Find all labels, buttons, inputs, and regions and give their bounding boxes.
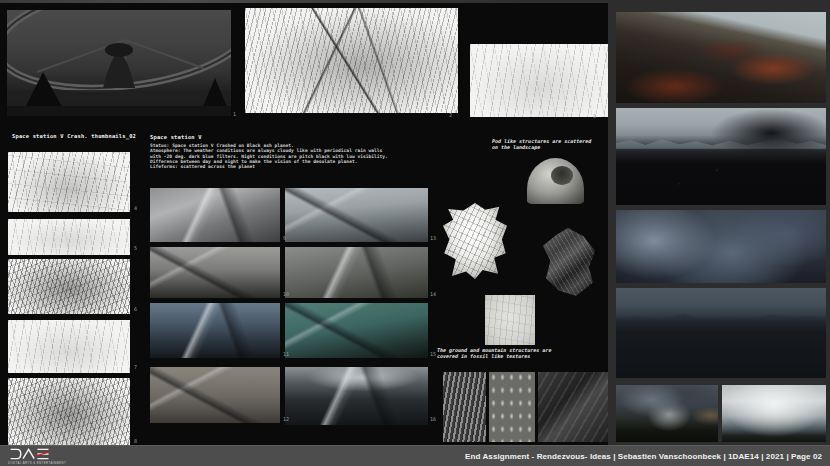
section-title: Space station V (150, 134, 202, 140)
thumbnail-sketch-4 (8, 152, 130, 212)
thumbnail-number: 13 (430, 235, 436, 241)
photo-dusk-volcanic-landscape (616, 288, 826, 378)
grid-painting-15 (285, 303, 428, 358)
thumbnail-number: 10 (283, 291, 289, 297)
fossil-texture-reference-1 (443, 372, 486, 442)
grid-painting-11 (150, 303, 280, 358)
thumbnail-number: 7 (134, 364, 137, 370)
footer-bar: DIGITAL ARTS & ENTERTAINMENT End Assignm… (0, 445, 830, 466)
grid-painting-9 (150, 188, 280, 242)
thumbnail-sketch-7 (8, 320, 130, 373)
thumbnail-sketch-6 (8, 259, 130, 314)
thumbnail-number: 15 (430, 351, 436, 357)
dae-logo-caption: DIGITAL ARTS & ENTERTAINMENT (8, 461, 66, 465)
dae-logo-icon (8, 448, 52, 460)
concept-painting-station-crash (7, 10, 231, 116)
thumbnail-number: 9 (283, 235, 286, 241)
photo-black-lava-field (616, 108, 826, 205)
thumbnail-number: 4 (134, 205, 137, 211)
thumbnail-sketch-5 (8, 219, 130, 255)
thumbnail-number: 14 (430, 291, 436, 297)
note-line: on the landscape (492, 144, 540, 150)
thumbnail-number: 6 (134, 306, 137, 312)
thumbnail-number: 2 (449, 112, 452, 118)
photo-reference-panel (608, 0, 830, 445)
concept-art-board: 1 2 3 Space station V Crash. thumbnails_… (0, 0, 830, 466)
note-line: covered in fossil like textures (437, 353, 530, 359)
photo-ash-storm-clouds (616, 210, 826, 283)
footer-credit: End Assignment - Rendezvous- Ideas | Seb… (465, 452, 822, 461)
grid-painting-14 (285, 247, 428, 298)
white-crystal-structure-sketch (443, 203, 507, 279)
dae-logo: DIGITAL ARTS & ENTERTAINMENT (8, 448, 66, 465)
dark-crystal-rock-render (543, 228, 595, 296)
description-paragraph: Status: Space station V Crashed on Black… (150, 143, 450, 169)
grid-painting-12 (150, 367, 280, 423)
line-sketch-2 (245, 8, 458, 113)
grid-painting-10 (150, 247, 280, 298)
thumbnail-number: 3 (593, 113, 596, 119)
fossil-texture-reference-2 (489, 372, 535, 442)
thumbnail-number: 16 (430, 416, 436, 422)
rock-texture-reference-3 (538, 372, 612, 442)
thumbnail-number: 1 (233, 111, 236, 117)
grid-painting-16 (285, 367, 428, 425)
ring-station-illustration (7, 10, 231, 116)
thumbnail-number: 11 (283, 351, 289, 357)
thumbnail-number: 12 (283, 416, 289, 422)
photo-storm-over-land (616, 385, 718, 442)
thumbnail-number: 5 (134, 245, 137, 251)
thumbnail-number: 8 (134, 438, 137, 444)
grid-painting-13 (285, 188, 428, 242)
texture-study-sketch (485, 295, 535, 345)
thumbnail-sketch-8 (8, 378, 130, 446)
pod-structure-sketch (527, 158, 584, 204)
photo-volcanic-red-ridge (616, 12, 826, 103)
description-line: Lifeforms: scattered across the planet (150, 164, 450, 169)
thumbnails-section-title: Space station V Crash. thumbnails_02 (12, 133, 136, 139)
top-divider (0, 0, 608, 3)
pod-structures-note: Pod like structures are scattered on the… (492, 138, 617, 150)
ground-texture-note: The ground and mountain structures are c… (437, 347, 592, 359)
photo-rain-over-sea (722, 385, 826, 442)
line-sketch-3 (470, 44, 610, 117)
